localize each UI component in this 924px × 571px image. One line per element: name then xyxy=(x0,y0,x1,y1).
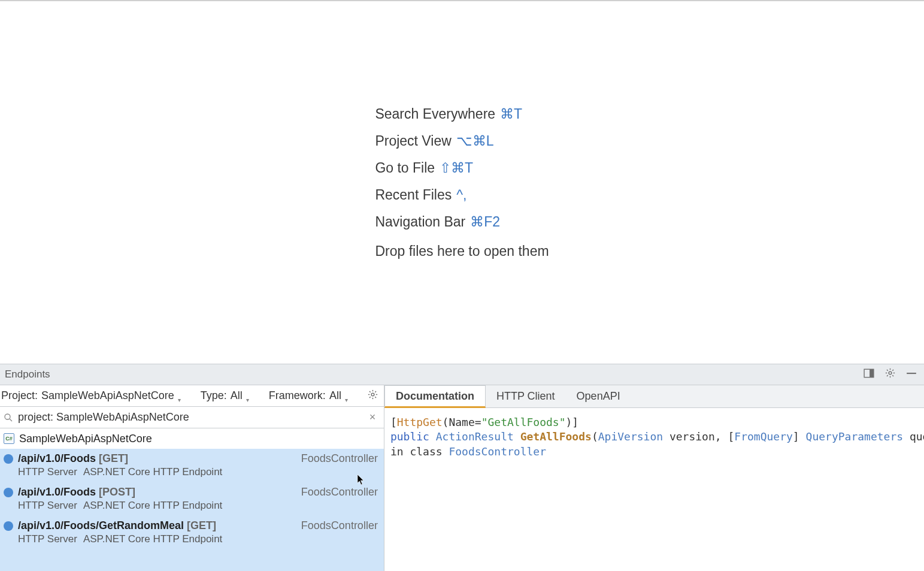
code-token: queryParameter xyxy=(903,430,924,443)
hint-drop-files: Drop files here to open them xyxy=(375,243,549,259)
endpoints-toolwindow-header: Endpoints xyxy=(0,364,924,385)
filter-type-dropdown[interactable]: Type: All xyxy=(201,389,251,402)
code-token: GetAllFoods xyxy=(520,430,592,443)
search-icon xyxy=(4,413,13,422)
hint-label: Navigation Bar xyxy=(375,214,465,230)
editor-empty-area: Search Everywhere ⌘T Project View ⌥⌘L Go… xyxy=(0,0,924,364)
code-token: version, [ xyxy=(663,430,734,443)
svg-line-10 xyxy=(887,375,888,376)
code-token: public xyxy=(390,430,429,443)
filter-framework-value: All xyxy=(329,389,341,402)
code-token: FromQuery xyxy=(734,430,793,443)
toolwindow-header-icons xyxy=(864,368,920,382)
svg-point-12 xyxy=(371,393,374,396)
minimize-icon[interactable] xyxy=(906,368,917,382)
filter-project-label: Project: xyxy=(1,389,38,402)
svg-rect-11 xyxy=(907,373,916,374)
hint-navigation-bar[interactable]: Navigation Bar ⌘F2 xyxy=(375,214,549,230)
svg-line-8 xyxy=(892,375,893,376)
tab-openapi[interactable]: OpenAPI xyxy=(566,385,631,407)
hint-project-view[interactable]: Project View ⌥⌘L xyxy=(375,133,549,149)
hint-label: Project View xyxy=(375,133,451,149)
endpoint-method: [POST] xyxy=(99,486,135,498)
endpoints-left-pane: Project: SampleWebApiAspNetCore Type: Al… xyxy=(0,385,384,571)
filter-project-dropdown[interactable]: Project: SampleWebApiAspNetCore xyxy=(1,389,183,402)
hint-label: Go to File xyxy=(375,160,435,176)
svg-point-2 xyxy=(889,371,892,374)
hint-shortcut: ⌘T xyxy=(500,106,522,122)
endpoint-icon xyxy=(4,521,13,531)
svg-line-9 xyxy=(892,370,893,371)
svg-point-21 xyxy=(5,414,10,419)
endpoint-controller: FoodsController xyxy=(301,452,378,465)
documentation-code-view: [HttpGet(Name="GetAllFoods")] public Act… xyxy=(384,408,924,571)
endpoints-right-pane: Documentation HTTP Client OpenAPI [HttpG… xyxy=(384,385,924,571)
filter-project-value: SampleWebApiAspNetCore xyxy=(41,389,174,402)
endpoint-row[interactable]: /api/v1.0/Foods [GET] HTTP ServerASP.NET… xyxy=(0,449,384,482)
hint-shortcut: ⌘F2 xyxy=(470,214,500,230)
filter-framework-dropdown[interactable]: Framework: All xyxy=(269,389,350,402)
endpoints-project-group[interactable]: C# SampleWebApiAspNetCore xyxy=(0,428,384,449)
code-token: (Name= xyxy=(443,416,481,428)
endpoint-desc: ASP.NET Core HTTP Endpoint xyxy=(83,533,222,545)
code-token: HttpGet xyxy=(397,416,443,428)
endpoint-desc: ASP.NET Core HTTP Endpoint xyxy=(83,466,222,478)
endpoints-search-input[interactable] xyxy=(18,411,362,424)
endpoints-filter-row: Project: SampleWebApiAspNetCore Type: Al… xyxy=(0,385,384,407)
endpoint-server: HTTP Server xyxy=(18,533,77,545)
endpoint-row[interactable]: /api/v1.0/Foods/GetRandomMeal [GET] HTTP… xyxy=(0,515,384,549)
code-token: ( xyxy=(592,430,598,443)
svg-line-19 xyxy=(375,391,376,392)
tab-http-client[interactable]: HTTP Client xyxy=(486,385,566,407)
code-token: ApiVersion xyxy=(598,430,663,443)
filter-framework-label: Framework: xyxy=(269,389,326,402)
clear-search-icon[interactable]: × xyxy=(367,411,378,424)
chevron-down-icon xyxy=(178,394,183,398)
hint-label: Recent Files xyxy=(375,187,452,203)
svg-line-18 xyxy=(375,397,376,398)
endpoints-detail-tabs: Documentation HTTP Client OpenAPI xyxy=(384,385,924,408)
svg-rect-1 xyxy=(870,369,874,377)
code-token: "GetAllFoods" xyxy=(481,416,566,428)
code-token: ] xyxy=(793,430,806,443)
hint-shortcut: ⇧⌘T xyxy=(440,160,473,176)
endpoints-body: Project: SampleWebApiAspNetCore Type: Al… xyxy=(0,385,924,571)
endpoint-method: [GET] xyxy=(187,519,216,531)
code-token: in class xyxy=(390,445,449,458)
gear-icon[interactable] xyxy=(885,368,895,381)
svg-line-17 xyxy=(369,391,371,392)
hint-go-to-file[interactable]: Go to File ⇧⌘T xyxy=(375,160,549,176)
csharp-project-icon: C# xyxy=(4,433,14,444)
code-token: )] xyxy=(566,416,579,428)
svg-line-7 xyxy=(887,370,888,371)
toolwindow-title: Endpoints xyxy=(4,368,50,380)
endpoint-path: /api/v1.0/Foods xyxy=(18,452,96,464)
endpoint-path: /api/v1.0/Foods xyxy=(18,486,96,498)
endpoint-row[interactable]: /api/v1.0/Foods [POST] HTTP ServerASP.NE… xyxy=(0,482,384,515)
hint-label: Search Everywhere xyxy=(375,106,495,122)
endpoint-icon xyxy=(4,488,13,497)
code-token: FoodsController xyxy=(449,445,546,458)
hint-recent-files[interactable]: Recent Files ^, xyxy=(375,187,549,203)
code-token: [ xyxy=(390,416,397,428)
endpoint-server: HTTP Server xyxy=(18,500,77,511)
filter-settings-gear-icon[interactable] xyxy=(368,389,378,403)
endpoint-desc: ASP.NET Core HTTP Endpoint xyxy=(83,500,222,511)
code-token: ActionResult xyxy=(436,430,514,443)
endpoints-list[interactable]: /api/v1.0/Foods [GET] HTTP ServerASP.NET… xyxy=(0,449,384,571)
svg-line-20 xyxy=(369,397,371,398)
endpoint-server: HTTP Server xyxy=(18,466,77,478)
endpoint-controller: FoodsController xyxy=(301,519,378,532)
filter-type-label: Type: xyxy=(201,389,227,402)
toggle-layout-icon[interactable] xyxy=(864,368,874,382)
chevron-down-icon xyxy=(246,394,251,398)
tab-documentation[interactable]: Documentation xyxy=(384,385,486,408)
hint-search-everywhere[interactable]: Search Everywhere ⌘T xyxy=(375,106,549,122)
endpoint-path: /api/v1.0/Foods/GetRandomMeal xyxy=(18,519,184,531)
endpoint-method: [GET] xyxy=(99,452,128,464)
filter-type-value: All xyxy=(231,389,243,402)
chevron-down-icon xyxy=(345,394,350,398)
project-group-name: SampleWebApiAspNetCore xyxy=(19,433,152,445)
editor-hints: Search Everywhere ⌘T Project View ⌥⌘L Go… xyxy=(375,106,549,259)
code-token: QueryParameters xyxy=(806,430,904,443)
